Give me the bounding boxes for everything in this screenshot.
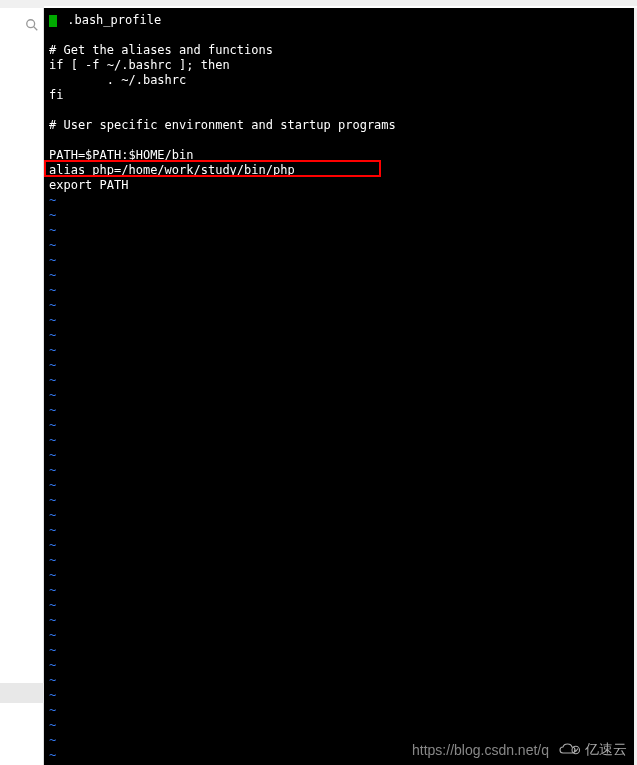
empty-line-tilde: ~ (49, 313, 632, 328)
empty-line-tilde: ~ (49, 238, 632, 253)
code-line: PATH=$PATH:$HOME/bin (49, 148, 632, 163)
empty-line-tilde: ~ (49, 358, 632, 373)
code-line: .bash_profile (49, 13, 632, 28)
empty-line-tilde: ~ (49, 598, 632, 613)
code-line: fi (49, 88, 632, 103)
svg-point-2 (572, 746, 580, 754)
empty-line-tilde: ~ (49, 208, 632, 223)
empty-line-tilde: ~ (49, 703, 632, 718)
empty-line-tilde: ~ (49, 403, 632, 418)
empty-line-tilde: ~ (49, 658, 632, 673)
search-icon[interactable] (25, 18, 39, 32)
watermark-url: https://blog.csdn.net/q (412, 742, 549, 758)
watermark: https://blog.csdn.net/q 亿速云 (412, 741, 627, 759)
empty-line-tilde: ~ (49, 688, 632, 703)
empty-line-tilde: ~ (49, 613, 632, 628)
empty-line-tilde: ~ (49, 433, 632, 448)
code-line: if [ -f ~/.bashrc ]; then (49, 58, 632, 73)
empty-line-tilde: ~ (49, 418, 632, 433)
empty-line-tilde: ~ (49, 583, 632, 598)
empty-line-tilde: ~ (49, 478, 632, 493)
empty-line-tilde: ~ (49, 253, 632, 268)
empty-line-tilde: ~ (49, 568, 632, 583)
empty-line-tilde: ~ (49, 343, 632, 358)
code-line (49, 28, 632, 43)
empty-line-tilde: ~ (49, 553, 632, 568)
code-line: # User specific environment and startup … (49, 118, 632, 133)
empty-line-tilde: ~ (49, 493, 632, 508)
code-line (49, 133, 632, 148)
code-line: . ~/.bashrc (49, 73, 632, 88)
left-panel (0, 8, 44, 765)
empty-line-tilde: ~ (49, 193, 632, 208)
code-line: # Get the aliases and functions (49, 43, 632, 58)
cursor-block (49, 15, 57, 27)
empty-line-tilde: ~ (49, 523, 632, 538)
empty-line-tilde: ~ (49, 388, 632, 403)
empty-line-tilde: ~ (49, 643, 632, 658)
empty-line-tilde: ~ (49, 298, 632, 313)
watermark-logo: 亿速云 (557, 741, 627, 759)
svg-point-0 (27, 20, 35, 28)
empty-line-tilde: ~ (49, 718, 632, 733)
left-bottom-block (0, 683, 44, 703)
empty-line-tilde: ~ (49, 508, 632, 523)
empty-line-tilde: ~ (49, 448, 632, 463)
code-line: export PATH (49, 178, 632, 193)
code-line (49, 103, 632, 118)
empty-line-tilde: ~ (49, 268, 632, 283)
watermark-brand: 亿速云 (585, 741, 627, 759)
terminal-editor[interactable]: .bash_profile# Get the aliases and funct… (44, 8, 637, 765)
empty-line-tilde: ~ (49, 538, 632, 553)
code-line: alias php=/home/work/study/bin/php (49, 163, 632, 178)
svg-line-1 (34, 27, 38, 31)
empty-line-tilde: ~ (49, 223, 632, 238)
empty-line-tilde: ~ (49, 463, 632, 478)
empty-line-tilde: ~ (49, 328, 632, 343)
empty-line-tilde: ~ (49, 283, 632, 298)
empty-line-tilde: ~ (49, 373, 632, 388)
empty-line-tilde: ~ (49, 628, 632, 643)
empty-line-tilde: ~ (49, 673, 632, 688)
cloud-icon (557, 742, 581, 758)
